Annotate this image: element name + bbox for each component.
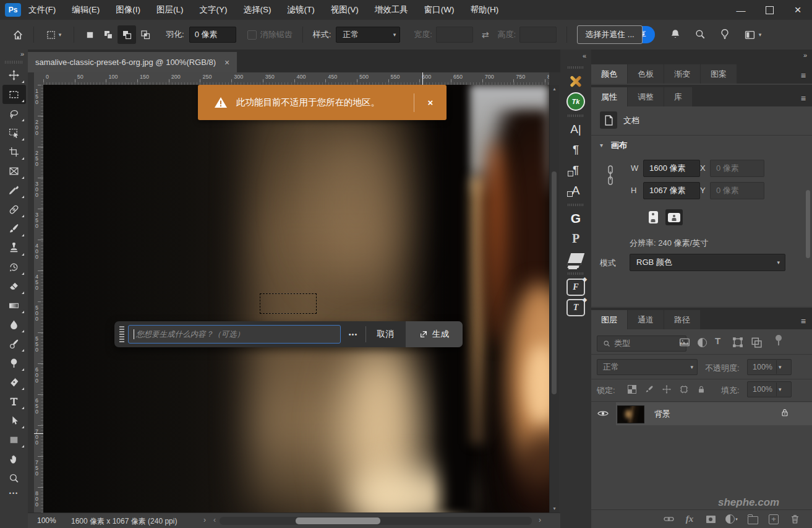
intersect-selection-button[interactable]: [136, 25, 155, 44]
fill-input[interactable]: 100%▾: [747, 381, 792, 397]
clone-stamp-tool[interactable]: [2, 238, 26, 258]
opacity-input[interactable]: 100%▾: [747, 359, 792, 375]
panel-tab[interactable]: 渐变: [664, 64, 700, 84]
hand-tool[interactable]: [2, 449, 26, 469]
add-selection-button[interactable]: [99, 25, 118, 44]
document-tab[interactable]: samalive-classic-preset-6-org.jpg @ 100%…: [28, 52, 237, 72]
panel-tab[interactable]: 路径: [664, 310, 700, 329]
canvas-section-chevron[interactable]: ▾: [600, 142, 603, 149]
expand-toolbar-icon[interactable]: »: [20, 50, 24, 58]
horizontal-scrollbar[interactable]: [220, 517, 532, 525]
panel-menu-icon[interactable]: ≡: [801, 318, 806, 324]
frame-tool[interactable]: [2, 162, 26, 181]
color-mode-select[interactable]: RGB 颜色▾: [630, 254, 785, 271]
vertical-ruler[interactable]: 1502002503003504004505005506006507007508…: [34, 85, 43, 513]
panel-scrollbar-thumb[interactable]: [806, 190, 810, 258]
filter-smart-objects-button[interactable]: [751, 337, 762, 350]
document-properties-button[interactable]: [600, 111, 617, 129]
layer-name[interactable]: 背景: [654, 409, 670, 420]
generate-button[interactable]: 生成: [406, 321, 463, 347]
new-group-button[interactable]: [746, 513, 759, 526]
dock-grip[interactable]: [568, 115, 584, 117]
notifications-button[interactable]: [670, 28, 681, 41]
generative-prompt-input[interactable]: 您想要生成什么内容？（可选）: [128, 325, 341, 344]
layer-filter-select[interactable]: 类型 ▾: [597, 335, 686, 352]
layer-thumbnail[interactable]: [617, 405, 644, 423]
vertical-scrollbar-thumb[interactable]: [552, 171, 557, 394]
move-tool[interactable]: [2, 66, 26, 85]
horizontal-scrollbar-thumb[interactable]: [296, 517, 380, 524]
character-styles-panel-button[interactable]: A: [562, 180, 590, 201]
filter-adjustment-layers-button[interactable]: [698, 338, 707, 347]
portrait-orientation-button[interactable]: [644, 209, 662, 225]
paragraph-panel-button[interactable]: ¶: [562, 139, 590, 160]
workspace-switcher[interactable]: ▾: [744, 30, 762, 40]
panel-menu-icon[interactable]: ≡: [801, 72, 806, 79]
scroll-left-icon[interactable]: ‹: [213, 516, 216, 524]
blend-mode-select[interactable]: 正常▾: [597, 359, 698, 375]
blur-tool[interactable]: [2, 315, 26, 334]
glyphs-panel-button[interactable]: G: [562, 208, 590, 228]
lock-image-pixels-button[interactable]: [644, 384, 654, 394]
menu-item[interactable]: 帮助(H): [470, 4, 498, 15]
layer-visibility-toggle[interactable]: [597, 410, 609, 419]
plugin-brushes-button[interactable]: [562, 71, 590, 91]
link-layers-button[interactable]: [662, 513, 675, 526]
canvas-width-input[interactable]: 1600 像素: [643, 160, 700, 177]
subtract-selection-button[interactable]: [118, 25, 136, 44]
menu-item[interactable]: 滤镜(T): [288, 4, 315, 15]
crop-tool[interactable]: [2, 142, 26, 162]
panel-tab[interactable]: 色板: [628, 64, 664, 84]
filter-pixel-layers-button[interactable]: [679, 337, 690, 350]
path-selection-tool[interactable]: [2, 411, 26, 430]
menu-item[interactable]: 增效工具: [375, 4, 408, 15]
canvas-height-input[interactable]: 1067 像素: [643, 182, 700, 199]
edit-toolbar-button[interactable]: •••: [9, 490, 19, 496]
select-and-mask-button[interactable]: 选择并遮住 ...: [577, 25, 642, 44]
toolbar-grip[interactable]: [5, 61, 23, 64]
lasso-tool[interactable]: [2, 104, 26, 123]
panel-menu-icon[interactable]: ≡: [801, 95, 806, 102]
panel-tab[interactable]: 图案: [701, 64, 737, 84]
tool-preset-dropdown[interactable]: ▾: [40, 25, 67, 44]
dock-grip[interactable]: [568, 272, 584, 275]
minimize-button[interactable]: —: [727, 0, 755, 20]
swap-dimensions-icon[interactable]: ⇄: [482, 30, 489, 40]
mixer-brush-tool[interactable]: [2, 334, 26, 353]
collapse-dock-icon[interactable]: »: [803, 51, 807, 59]
antialias-checkbox[interactable]: [247, 30, 257, 40]
properties-plugin-button[interactable]: P: [562, 228, 590, 249]
menu-item[interactable]: 文件(F): [28, 4, 56, 15]
eyedropper-tool[interactable]: [2, 181, 26, 200]
home-button[interactable]: [9, 25, 27, 44]
type-tool[interactable]: [2, 392, 26, 411]
zoom-level[interactable]: 100%: [37, 516, 56, 525]
link-dimensions-icon[interactable]: [606, 163, 615, 188]
scroll-up-icon[interactable]: ▴: [550, 86, 559, 92]
menu-item[interactable]: 文字(Y): [200, 4, 228, 15]
lock-artboard-button[interactable]: [679, 384, 689, 394]
paragraph-styles-panel-button[interactable]: ¶: [562, 160, 590, 180]
character-panel-button[interactable]: A|: [562, 119, 590, 139]
panel-tab[interactable]: 库: [664, 87, 692, 106]
maximize-button[interactable]: [755, 0, 784, 20]
scroll-down-icon[interactable]: ▾: [550, 506, 559, 511]
fontself-panel-button[interactable]: F◆: [562, 277, 590, 297]
panel-tab[interactable]: 颜色: [591, 64, 627, 84]
new-layer-button[interactable]: +: [767, 513, 780, 526]
panel-tab[interactable]: 通道: [628, 310, 664, 329]
vertical-scrollbar[interactable]: ▴ ▾: [549, 85, 559, 513]
lock-transparent-pixels-button[interactable]: [627, 384, 637, 394]
menu-item[interactable]: 图像(I): [116, 4, 140, 15]
menu-item[interactable]: 图层(L): [156, 4, 184, 15]
selection-marquee[interactable]: [260, 293, 317, 314]
pen-tool[interactable]: [2, 373, 26, 392]
feather-input[interactable]: 0 像素: [189, 27, 236, 43]
layer-styles-button[interactable]: fx: [683, 513, 696, 526]
scroll-right-icon[interactable]: ›: [539, 516, 541, 524]
taskbar-drag-handle[interactable]: [118, 326, 126, 342]
menu-item[interactable]: 窗口(W): [424, 4, 455, 15]
close-window-button[interactable]: ×: [784, 0, 812, 20]
menu-item[interactable]: 视图(V): [331, 4, 359, 15]
gradient-tool[interactable]: [2, 296, 26, 315]
